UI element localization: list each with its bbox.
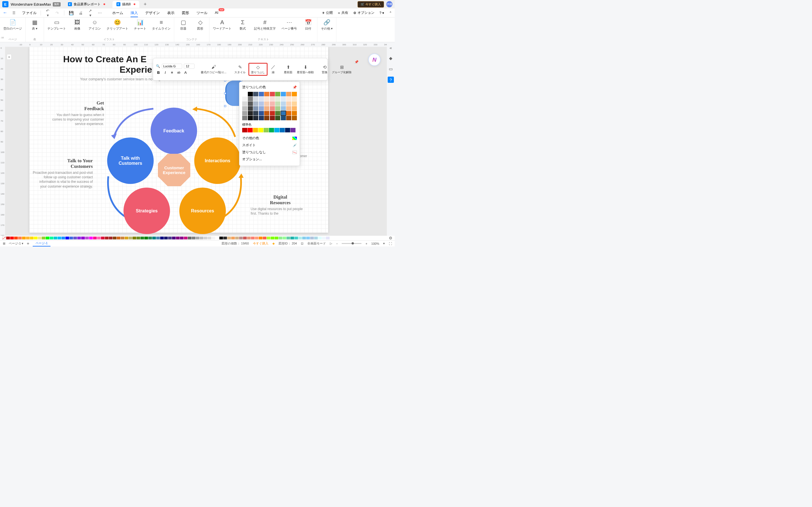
font-color-button[interactable]: A	[183, 70, 188, 75]
color-swatch[interactable]	[270, 116, 275, 120]
quick-color-swatch[interactable]	[223, 237, 227, 239]
color-swatch[interactable]	[292, 101, 297, 106]
color-swatch[interactable]	[280, 128, 285, 132]
quick-color-swatch[interactable]	[322, 237, 326, 239]
color-swatch[interactable]	[275, 92, 280, 96]
buy-now-link[interactable]: 今すぐ購入	[253, 241, 268, 245]
page-tab[interactable]: ページ-1	[33, 240, 50, 246]
collapse-rail-button[interactable]: «	[388, 45, 394, 51]
print-button[interactable]: 🖨	[78, 11, 84, 15]
line-button[interactable]: ／ 線	[269, 64, 278, 75]
quick-color-swatch[interactable]	[133, 237, 136, 239]
pin-button[interactable]: 📌	[354, 60, 359, 64]
color-swatch[interactable]	[270, 101, 275, 106]
ribbon-item[interactable]: Σ数式	[237, 19, 248, 31]
color-swatch[interactable]	[258, 128, 263, 132]
quick-color-swatch[interactable]	[239, 237, 243, 239]
quick-color-swatch[interactable]	[287, 237, 290, 239]
expand-button[interactable]: ⛶	[389, 242, 392, 245]
help-button[interactable]: ? ▾	[379, 11, 384, 15]
file-menu[interactable]: ファイル	[22, 10, 37, 15]
color-swatch[interactable]	[281, 106, 286, 111]
color-swatch[interactable]	[270, 111, 275, 115]
fill-tool-icon[interactable]: ◆	[388, 55, 394, 61]
quick-color-swatch[interactable]	[180, 237, 184, 239]
color-swatch[interactable]	[274, 128, 280, 132]
horizontal-ruler[interactable]: -100102030405060708090100110120130140150…	[5, 42, 387, 47]
color-swatch[interactable]	[275, 106, 280, 111]
quick-color-swatch[interactable]	[61, 237, 65, 239]
color-swatch[interactable]	[253, 97, 258, 101]
eyedropper-option[interactable]: スポイト 💉	[242, 142, 297, 149]
color-swatch[interactable]	[292, 92, 297, 96]
color-swatch[interactable]	[292, 106, 297, 111]
quick-color-swatch[interactable]	[54, 237, 57, 239]
quick-color-swatch[interactable]	[164, 237, 168, 239]
color-swatch[interactable]	[259, 92, 264, 96]
color-swatch[interactable]	[248, 111, 253, 115]
color-swatch[interactable]	[248, 97, 253, 101]
color-swatch[interactable]	[281, 97, 286, 101]
talk-circle[interactable]: Talk with Customers	[107, 137, 154, 184]
quick-color-swatch[interactable]	[14, 237, 18, 239]
tab-view[interactable]: 表示	[167, 9, 174, 17]
quick-color-swatch[interactable]	[278, 237, 282, 239]
quick-color-swatch[interactable]	[6, 237, 10, 239]
add-page-button[interactable]: +	[27, 241, 29, 246]
color-swatch[interactable]	[286, 106, 291, 111]
buy-now-button[interactable]: 🛒 今すぐ購入	[357, 1, 384, 8]
quick-color-swatch[interactable]	[10, 237, 14, 239]
color-swatch[interactable]	[253, 101, 258, 106]
ai-assistant-button[interactable]: N	[368, 54, 380, 66]
color-settings-icon[interactable]: ⚙	[389, 236, 393, 240]
quick-color-swatch[interactable]	[69, 237, 73, 239]
color-swatch[interactable]	[281, 101, 286, 106]
quick-color-swatch[interactable]	[144, 237, 148, 239]
publish-button[interactable]: ✈ 公開	[322, 10, 333, 15]
color-swatch[interactable]	[275, 97, 280, 101]
color-swatch[interactable]	[242, 92, 247, 96]
zoom-level[interactable]: 100%	[371, 242, 379, 245]
color-swatch[interactable]	[275, 116, 280, 120]
color-swatch[interactable]	[281, 92, 286, 96]
help-icon[interactable]: ?	[388, 76, 394, 83]
options-button[interactable]: ⚙ オプション	[353, 10, 374, 15]
quick-color-swatch[interactable]	[207, 237, 211, 239]
style-button[interactable]: ✎ スタイル	[233, 64, 247, 75]
font-size-selector[interactable]: 12	[184, 64, 195, 69]
color-swatch[interactable]	[286, 101, 291, 106]
color-swatch[interactable]	[248, 116, 253, 120]
ribbon-item[interactable]: 📊チャート	[134, 19, 146, 31]
quick-color-swatch[interactable]	[259, 237, 262, 239]
color-swatch[interactable]	[286, 111, 291, 115]
add-tab-button[interactable]: +	[142, 1, 149, 7]
color-swatch[interactable]	[290, 128, 296, 132]
quick-color-swatch[interactable]	[274, 237, 278, 239]
color-swatch[interactable]	[270, 97, 275, 101]
font-selector[interactable]: Lucida G	[162, 64, 182, 69]
fill-options-option[interactable]: オプション...	[242, 156, 297, 163]
bring-to-front-button[interactable]: ⬆ 最前面	[282, 64, 294, 75]
ribbon-item[interactable]: Aワードアート	[213, 19, 232, 31]
side-text-talk[interactable]: Talk to Your Customers Proactive post-tr…	[32, 158, 93, 189]
zoom-in-button[interactable]: +	[365, 242, 367, 245]
presentation-icon[interactable]: ▭	[388, 66, 394, 72]
quick-color-swatch[interactable]	[109, 237, 112, 239]
replace-button[interactable]: ⟲ 置換	[320, 64, 329, 75]
save-button[interactable]: 💾	[68, 11, 74, 15]
color-swatch[interactable]	[285, 128, 290, 132]
quick-color-swatch[interactable]	[283, 237, 286, 239]
color-swatch[interactable]	[264, 97, 269, 101]
color-swatch[interactable]	[286, 92, 291, 96]
quick-color-swatch[interactable]	[184, 237, 188, 239]
tab-home[interactable]: ホーム	[112, 9, 123, 17]
ribbon-item[interactable]: 📅日付	[303, 19, 314, 31]
side-text-digital[interactable]: Digital Resources Use digital resources …	[251, 194, 310, 216]
strategies-circle[interactable]: Strategies	[123, 187, 170, 234]
align-button[interactable]: ≡	[169, 70, 174, 75]
color-swatch[interactable]	[259, 101, 264, 106]
color-swatch[interactable]	[270, 106, 275, 111]
quick-color-swatch[interactable]	[306, 237, 310, 239]
quick-color-swatch[interactable]	[326, 237, 329, 239]
quick-color-swatch[interactable]	[85, 237, 89, 239]
